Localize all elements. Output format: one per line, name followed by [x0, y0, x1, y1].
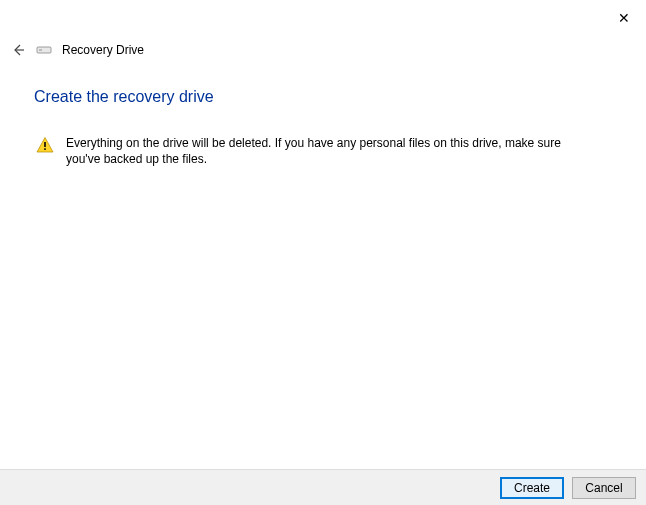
- recovery-drive-icon: [36, 44, 52, 56]
- warning-text: Everything on the drive will be deleted.…: [66, 135, 576, 167]
- back-button[interactable]: [10, 42, 26, 58]
- warning-block: Everything on the drive will be deleted.…: [36, 135, 606, 167]
- page-title: Create the recovery drive: [34, 88, 214, 106]
- footer: Create Cancel: [0, 469, 646, 505]
- svg-rect-3: [44, 142, 46, 147]
- back-arrow-icon: [11, 43, 25, 57]
- close-icon: ✕: [618, 10, 630, 26]
- header-title: Recovery Drive: [62, 43, 144, 57]
- svg-rect-4: [44, 148, 46, 150]
- svg-rect-2: [39, 49, 42, 51]
- cancel-button[interactable]: Cancel: [572, 477, 636, 499]
- create-button[interactable]: Create: [500, 477, 564, 499]
- close-button[interactable]: ✕: [614, 8, 634, 28]
- header: Recovery Drive: [10, 42, 144, 58]
- warning-icon: [36, 136, 54, 154]
